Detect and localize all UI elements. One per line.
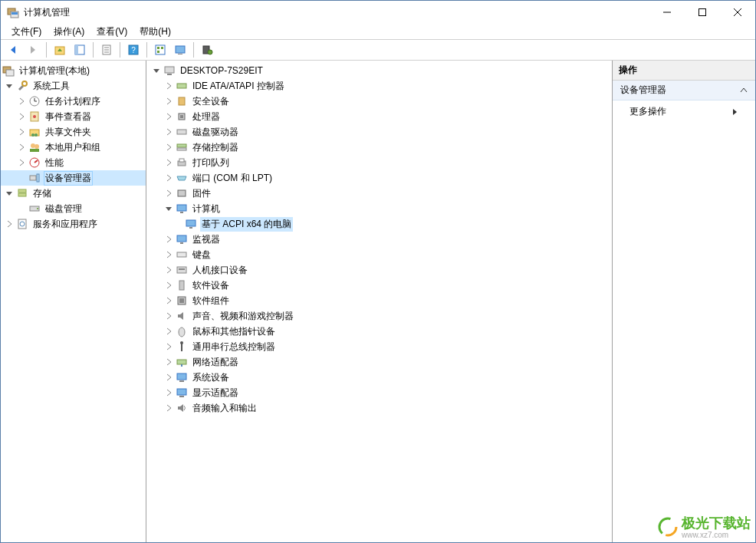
forward-button[interactable] bbox=[24, 41, 42, 59]
collapse-icon[interactable] bbox=[740, 87, 748, 94]
chevron-right-icon[interactable] bbox=[163, 111, 174, 122]
svg-rect-61 bbox=[180, 212, 183, 213]
device-processors[interactable]: 处理器 bbox=[146, 109, 612, 124]
chevron-right-icon[interactable] bbox=[16, 157, 27, 168]
device-system-dev[interactable]: 系统设备 bbox=[146, 370, 612, 385]
device-network[interactable]: 网络适配器 bbox=[146, 354, 612, 370]
nav-local-users[interactable]: 本地用户和组 bbox=[1, 140, 146, 155]
nav-task-scheduler[interactable]: 任务计划程序 bbox=[1, 94, 146, 109]
device-label: 监视器 bbox=[191, 232, 222, 247]
device-keyboards[interactable]: 键盘 bbox=[146, 247, 612, 262]
device-hid[interactable]: 人机接口设备 bbox=[146, 262, 612, 278]
device-tree[interactable]: DESKTOP-7S29EIT IDE ATA/ATAPI 控制器 安全设备 处… bbox=[146, 61, 613, 542]
scan-hardware-button[interactable] bbox=[198, 41, 216, 59]
device-root[interactable]: DESKTOP-7S29EIT bbox=[146, 63, 612, 78]
chevron-right-icon[interactable] bbox=[163, 326, 174, 337]
up-button[interactable] bbox=[51, 41, 69, 59]
device-security[interactable]: 安全设备 bbox=[146, 94, 612, 109]
svg-rect-55 bbox=[177, 144, 186, 147]
device-computer-child[interactable]: 基于 ACPI x64 的电脑 bbox=[146, 216, 612, 232]
svg-rect-64 bbox=[177, 235, 186, 242]
actions-section[interactable]: 设备管理器 bbox=[613, 81, 755, 100]
chevron-right-icon[interactable] bbox=[163, 387, 174, 398]
storage-icon bbox=[16, 187, 28, 199]
chevron-right-icon[interactable] bbox=[16, 127, 27, 137]
view-resources-button[interactable] bbox=[171, 41, 189, 59]
chevron-right-icon[interactable] bbox=[16, 142, 27, 153]
device-ports[interactable]: 端口 (COM 和 LPT) bbox=[146, 170, 612, 186]
chevron-right-icon[interactable] bbox=[163, 142, 174, 153]
device-print-queues[interactable]: 打印队列 bbox=[146, 155, 612, 170]
toolbar-separator bbox=[46, 42, 47, 58]
nav-performance[interactable]: 性能 bbox=[1, 155, 146, 170]
device-computer[interactable]: 计算机 bbox=[146, 201, 612, 216]
chevron-right-icon[interactable] bbox=[163, 372, 174, 383]
menu-view[interactable]: 查看(V) bbox=[90, 24, 133, 40]
nav-tree[interactable]: 计算机管理(本地) 系统工具 任务计划程序 事件查看器 bbox=[1, 61, 146, 542]
chevron-right-icon[interactable] bbox=[163, 173, 174, 183]
properties-button[interactable] bbox=[97, 41, 116, 59]
nav-system-tools[interactable]: 系统工具 bbox=[1, 78, 146, 94]
chevron-right-icon[interactable] bbox=[163, 265, 174, 275]
help-button[interactable]: ? bbox=[124, 41, 143, 59]
nav-root[interactable]: 计算机管理(本地) bbox=[1, 63, 146, 78]
chevron-right-icon[interactable] bbox=[163, 280, 174, 291]
chevron-right-icon[interactable] bbox=[163, 127, 174, 137]
chevron-right-icon[interactable] bbox=[163, 403, 174, 413]
chevron-down-icon[interactable] bbox=[151, 65, 162, 76]
show-hide-tree-button[interactable] bbox=[71, 41, 89, 59]
device-label: 存储控制器 bbox=[191, 140, 240, 155]
chevron-down-icon[interactable] bbox=[163, 203, 174, 214]
device-monitors[interactable]: 监视器 bbox=[146, 232, 612, 247]
chevron-right-icon[interactable] bbox=[163, 249, 174, 260]
actions-header: 操作 bbox=[613, 61, 755, 81]
chevron-right-icon[interactable] bbox=[163, 341, 174, 352]
device-firmware[interactable]: 固件 bbox=[146, 186, 612, 201]
nav-storage[interactable]: 存储 bbox=[1, 186, 146, 201]
chevron-right-icon[interactable] bbox=[163, 81, 174, 91]
back-button[interactable] bbox=[4, 41, 22, 59]
device-display[interactable]: 显示适配器 bbox=[146, 385, 612, 400]
chevron-right-icon[interactable] bbox=[163, 295, 174, 306]
device-sound[interactable]: 声音、视频和游戏控制器 bbox=[146, 308, 612, 324]
chevron-right-icon[interactable] bbox=[16, 111, 27, 122]
chevron-right-icon[interactable] bbox=[163, 188, 174, 199]
device-label: 鼠标和其他指针设备 bbox=[191, 324, 277, 339]
chevron-right-icon[interactable] bbox=[163, 96, 174, 107]
view-devices-button[interactable] bbox=[151, 41, 169, 59]
device-software-dev[interactable]: 软件设备 bbox=[146, 278, 612, 293]
nav-services-apps[interactable]: 服务和应用程序 bbox=[1, 216, 146, 232]
svg-rect-50 bbox=[177, 84, 186, 88]
chevron-down-icon[interactable] bbox=[4, 81, 15, 91]
device-usb[interactable]: 通用串行总线控制器 bbox=[146, 339, 612, 354]
submenu-icon bbox=[732, 108, 738, 116]
chevron-right-icon[interactable] bbox=[16, 96, 27, 107]
chevron-right-icon[interactable] bbox=[163, 311, 174, 321]
svg-point-33 bbox=[31, 133, 35, 137]
nav-device-manager[interactable]: · 设备管理器 bbox=[1, 170, 146, 186]
nav-disk-mgmt[interactable]: · 磁盘管理 bbox=[1, 201, 146, 216]
chevron-right-icon[interactable] bbox=[163, 234, 174, 245]
chevron-right-icon[interactable] bbox=[163, 157, 174, 168]
device-audio-io[interactable]: 音频输入和输出 bbox=[146, 400, 612, 416]
device-storage-ctrl[interactable]: 存储控制器 bbox=[146, 140, 612, 155]
actions-more[interactable]: 更多操作 bbox=[613, 100, 755, 123]
device-software-comp[interactable]: 软件组件 bbox=[146, 293, 612, 308]
nav-shared-folders[interactable]: 共享文件夹 bbox=[1, 124, 146, 140]
menu-action[interactable]: 操作(A) bbox=[48, 24, 90, 40]
chevron-right-icon[interactable] bbox=[4, 219, 15, 229]
body-area: 计算机管理(本地) 系统工具 任务计划程序 事件查看器 bbox=[1, 61, 755, 542]
device-ide[interactable]: IDE ATA/ATAPI 控制器 bbox=[146, 78, 612, 94]
svg-point-34 bbox=[35, 133, 38, 137]
close-button[interactable] bbox=[720, 1, 755, 24]
nav-event-viewer[interactable]: 事件查看器 bbox=[1, 109, 146, 124]
chevron-right-icon[interactable] bbox=[163, 357, 174, 367]
usb-icon bbox=[176, 341, 188, 353]
device-disk-drives[interactable]: 磁盘驱动器 bbox=[146, 124, 612, 140]
menu-file[interactable]: 文件(F) bbox=[5, 24, 48, 40]
menu-help[interactable]: 帮助(H) bbox=[133, 24, 177, 40]
maximize-button[interactable] bbox=[685, 1, 720, 24]
minimize-button[interactable] bbox=[649, 1, 685, 24]
chevron-down-icon[interactable] bbox=[4, 188, 15, 199]
device-mouse[interactable]: 鼠标和其他指针设备 bbox=[146, 324, 612, 339]
